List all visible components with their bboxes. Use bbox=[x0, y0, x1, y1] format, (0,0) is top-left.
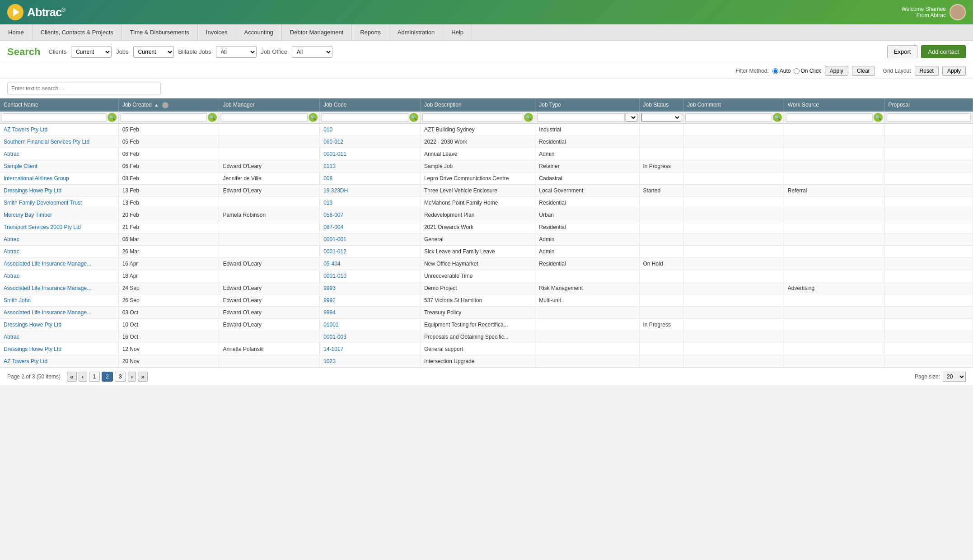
col-work-source[interactable]: Work Source bbox=[784, 98, 884, 112]
job-code-link[interactable]: 0001-003 bbox=[323, 334, 346, 340]
col-job-description[interactable]: Job Description bbox=[420, 98, 535, 112]
col-job-type[interactable]: Job Type bbox=[535, 98, 639, 112]
filter-code-input[interactable] bbox=[322, 113, 408, 121]
filter-comment-search[interactable]: 🔍 bbox=[773, 113, 782, 122]
job-code-link[interactable]: 010 bbox=[323, 126, 332, 133]
contact-name-link[interactable]: Abtrac bbox=[4, 236, 19, 243]
filter-onclick-label[interactable]: On Click bbox=[794, 68, 821, 74]
col-job-code[interactable]: Job Code bbox=[320, 98, 421, 112]
billable-select[interactable]: All Yes No bbox=[216, 46, 257, 58]
job-code-link[interactable]: 1023 bbox=[323, 358, 336, 364]
job-code-link[interactable]: 060-012 bbox=[323, 139, 343, 145]
contact-name-link[interactable]: Smith Family Development Trust bbox=[4, 200, 82, 206]
contact-name-link[interactable]: Smith John bbox=[4, 297, 31, 303]
filter-clear-button[interactable]: Clear bbox=[852, 66, 875, 76]
page-prev-button[interactable]: ‹ bbox=[79, 372, 87, 382]
nav-debtor[interactable]: Debtor Management bbox=[282, 24, 352, 40]
contact-name-link[interactable]: Dressings Howe Pty Ltd bbox=[4, 346, 61, 352]
filter-type-select[interactable] bbox=[626, 113, 637, 122]
contact-name-link[interactable]: Associated Life Insurance Manage... bbox=[4, 309, 91, 316]
contact-name-link[interactable]: Southern Financial Services Pty Ltd bbox=[4, 139, 89, 145]
col-job-comment[interactable]: Job Comment bbox=[683, 98, 784, 112]
filter-status-select[interactable] bbox=[641, 113, 682, 122]
job-code-link[interactable]: 8113 bbox=[323, 163, 336, 169]
nav-invoices[interactable]: Invoices bbox=[198, 24, 236, 40]
contact-name-link[interactable]: Abtrac bbox=[4, 334, 19, 340]
clients-select[interactable]: Current All Inactive bbox=[71, 46, 112, 58]
contact-name-link[interactable]: Associated Life Insurance Manage... bbox=[4, 285, 91, 291]
job-code-link[interactable]: 01001 bbox=[323, 322, 338, 328]
export-button[interactable]: Export bbox=[887, 45, 918, 58]
filter-proposal-input[interactable] bbox=[887, 113, 971, 121]
filter-manager-input[interactable] bbox=[221, 113, 308, 121]
filter-contact-input[interactable] bbox=[2, 113, 107, 121]
nav-home[interactable]: Home bbox=[0, 24, 33, 40]
job-code-link[interactable]: 0001-011 bbox=[323, 151, 346, 157]
job-code-link[interactable]: 14-1017 bbox=[323, 346, 343, 352]
filter-desc-input[interactable] bbox=[422, 113, 523, 121]
filter-created-input[interactable] bbox=[121, 113, 207, 121]
contact-name-link[interactable]: Abtrac bbox=[4, 151, 19, 157]
filter-comment-input[interactable] bbox=[685, 113, 772, 121]
job-code-link[interactable]: 0001-010 bbox=[323, 273, 346, 279]
contact-name-link[interactable]: Mercury Bay Timber bbox=[4, 212, 52, 218]
filter-auto-radio[interactable] bbox=[772, 68, 778, 74]
job-code-link[interactable]: 056-007 bbox=[323, 212, 343, 218]
page-next-button[interactable]: › bbox=[128, 372, 136, 382]
job-code-link[interactable]: 008 bbox=[323, 175, 332, 182]
contact-name-link[interactable]: Associated Life Insurance Manage... bbox=[4, 261, 91, 267]
filter-apply-button[interactable]: Apply bbox=[825, 66, 848, 76]
contact-name-link[interactable]: Transport Services 2000 Pty Ltd bbox=[4, 224, 81, 230]
filter-manager-search[interactable]: 🔍 bbox=[309, 113, 318, 122]
page-3-button[interactable]: 3 bbox=[115, 372, 126, 382]
search-input[interactable] bbox=[7, 83, 161, 94]
nav-admin[interactable]: Administration bbox=[389, 24, 443, 40]
grid-reset-button[interactable]: Reset bbox=[915, 66, 939, 76]
filter-onclick-radio[interactable] bbox=[794, 68, 800, 74]
job-code-link[interactable]: 0001-012 bbox=[323, 248, 346, 255]
nav-help[interactable]: Help bbox=[443, 24, 472, 40]
filter-desc-search[interactable]: 🔍 bbox=[524, 113, 533, 122]
contact-name-link[interactable]: International Airlines Group bbox=[4, 175, 69, 182]
job-office-select[interactable]: All bbox=[292, 46, 332, 58]
job-code-link[interactable]: 05-404 bbox=[323, 261, 340, 267]
filter-worksource-search[interactable]: 🔍 bbox=[874, 113, 883, 122]
filter-auto-label[interactable]: Auto bbox=[772, 68, 791, 74]
jobs-select[interactable]: Current All Inactive bbox=[133, 46, 174, 58]
job-code-link[interactable]: 9994 bbox=[323, 309, 336, 316]
contact-name-link[interactable]: Sample Client bbox=[4, 163, 37, 169]
job-code-link[interactable]: 087-004 bbox=[323, 224, 343, 230]
col-job-status[interactable]: Job Status bbox=[639, 98, 683, 112]
grid-apply-button[interactable]: Apply bbox=[942, 66, 966, 76]
filter-type-input[interactable] bbox=[537, 113, 624, 121]
contact-name-link[interactable]: Abtrac bbox=[4, 273, 19, 279]
col-proposal[interactable]: Proposal bbox=[884, 98, 973, 112]
job-code-link[interactable]: 9993 bbox=[323, 285, 336, 291]
filter-created-search[interactable]: 🔍 bbox=[208, 113, 217, 122]
contact-name-link[interactable]: AZ Towers Pty Ltd bbox=[4, 126, 47, 133]
contact-name-link[interactable]: AZ Towers Pty Ltd bbox=[4, 358, 47, 364]
nav-clients[interactable]: Clients, Contacts & Projects bbox=[33, 24, 122, 40]
job-code-link[interactable]: 013 bbox=[323, 200, 332, 206]
add-contact-button[interactable]: Add contact bbox=[921, 45, 966, 58]
settings-icon[interactable] bbox=[162, 102, 168, 108]
job-code-link[interactable]: 19.323DH bbox=[323, 187, 348, 194]
contact-name-link[interactable]: Dressings Howe Pty Ltd bbox=[4, 187, 61, 194]
contact-name-link[interactable]: Abtrac bbox=[4, 248, 19, 255]
col-job-manager[interactable]: Job Manager bbox=[219, 98, 320, 112]
job-code-link[interactable]: 9992 bbox=[323, 297, 336, 303]
job-code-link[interactable]: 0001-001 bbox=[323, 236, 346, 243]
filter-code-search[interactable]: 🔍 bbox=[409, 113, 418, 122]
filter-worksource-input[interactable] bbox=[786, 113, 873, 121]
page-2-button[interactable]: 2 bbox=[102, 372, 113, 382]
col-job-created[interactable]: Job Created ▲ bbox=[118, 98, 219, 112]
contact-name-link[interactable]: Dressings Howe Pty Ltd bbox=[4, 322, 61, 328]
page-first-button[interactable]: « bbox=[67, 372, 77, 382]
page-last-button[interactable]: » bbox=[138, 372, 148, 382]
page-1-button[interactable]: 1 bbox=[89, 372, 100, 382]
nav-reports[interactable]: Reports bbox=[352, 24, 389, 40]
nav-accounting[interactable]: Accounting bbox=[236, 24, 282, 40]
nav-time[interactable]: Time & Disbursements bbox=[122, 24, 198, 40]
page-size-select[interactable]: 20 50 100 bbox=[943, 372, 966, 382]
filter-contact-search[interactable]: 🔍 bbox=[108, 113, 117, 122]
